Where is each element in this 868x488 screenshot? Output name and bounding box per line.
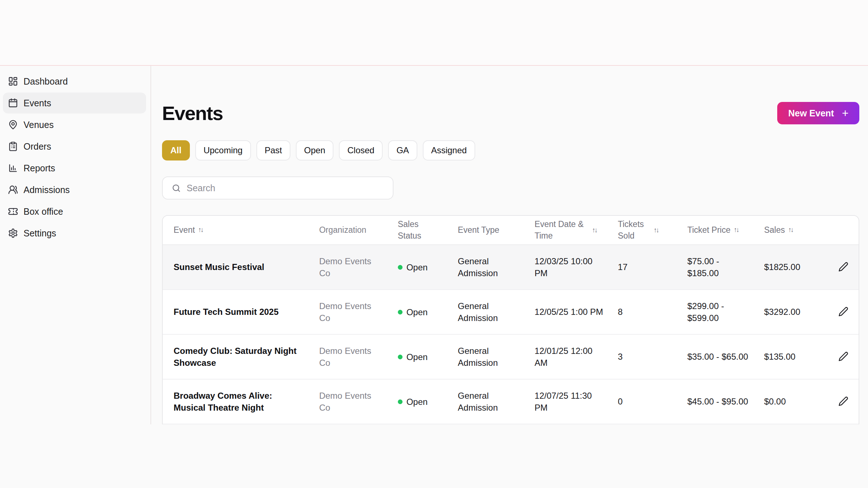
- cell-sales: $135.00: [764, 334, 834, 379]
- table-row[interactable]: Future Tech Summit 2025Demo Events CoOpe…: [163, 290, 859, 334]
- column-header-ticket-price[interactable]: Ticket Price↑↓: [687, 216, 764, 245]
- cell-actions: [834, 245, 859, 290]
- column-label: Sales: [764, 224, 785, 236]
- pencil-icon: [838, 351, 848, 361]
- cell-sales-status: Open: [398, 290, 458, 334]
- cell-event: Broadway Comes Alive: Musical Theatre Ni…: [163, 379, 319, 424]
- cell-tickets-sold: 8: [618, 290, 687, 334]
- cell-event-type: General Admission: [458, 334, 535, 379]
- filter-chip-open[interactable]: Open: [296, 140, 334, 160]
- column-header-event-type: Event Type: [458, 216, 535, 245]
- cell-event-datetime: 12/03/25 10:00 PM: [535, 245, 618, 290]
- cell-event-type: General Admission: [458, 379, 535, 424]
- status-dot: [398, 310, 403, 314]
- sidebar-item-label: Orders: [24, 141, 51, 152]
- app-shell: DashboardEventsVenuesOrdersReportsAdmiss…: [0, 66, 868, 424]
- page-header: Events New Event +: [162, 102, 859, 124]
- cell-event-datetime: 12/05/25 1:00 PM: [535, 290, 618, 334]
- sidebar-item-label: Admissions: [24, 185, 70, 195]
- filter-chip-upcoming[interactable]: Upcoming: [195, 140, 251, 160]
- table-row[interactable]: Sunset Music FestivalDemo Events CoOpenG…: [163, 245, 859, 290]
- column-label: Event Date & Time: [535, 219, 589, 241]
- column-header-sales-status: Sales Status: [398, 216, 458, 245]
- search-input[interactable]: [187, 183, 384, 193]
- cell-sales: $1825.00: [764, 245, 834, 290]
- edit-button[interactable]: [836, 349, 851, 364]
- cell-tickets-sold: 0: [618, 379, 687, 424]
- sidebar-item-reports[interactable]: Reports: [3, 158, 146, 179]
- sidebar-item-label: Box office: [24, 206, 63, 217]
- sidebar-item-venues[interactable]: Venues: [3, 114, 146, 135]
- organization-name: Demo Events Co: [319, 346, 371, 368]
- sidebar-item-admissions[interactable]: Admissions: [3, 179, 146, 200]
- organization-name: Demo Events Co: [319, 391, 371, 412]
- sort-icon: ↑↓: [788, 226, 793, 234]
- sidebar-item-settings[interactable]: Settings: [3, 223, 146, 244]
- column-label: Event: [174, 224, 195, 236]
- sort-icon: ↑↓: [592, 226, 597, 234]
- cell-event: Sunset Music Festival: [163, 245, 319, 290]
- events-table: Event↑↓OrganizationSales StatusEvent Typ…: [162, 215, 859, 424]
- pencil-icon: [838, 262, 848, 272]
- dashboard-icon: [8, 76, 18, 86]
- status-label: Open: [407, 306, 428, 318]
- cell-event-type: General Admission: [458, 290, 535, 334]
- edit-button[interactable]: [836, 304, 851, 319]
- clipboard-icon: [8, 141, 18, 151]
- column-header-sales[interactable]: Sales↑↓: [764, 216, 834, 245]
- filter-chip-assigned[interactable]: Assigned: [423, 140, 475, 160]
- cell-sales-status: Open: [398, 334, 458, 379]
- sidebar: DashboardEventsVenuesOrdersReportsAdmiss…: [0, 66, 151, 424]
- status-label: Open: [407, 396, 428, 408]
- table-row[interactable]: Comedy Club: Saturday Night ShowcaseDemo…: [163, 334, 859, 379]
- cell-event: Comedy Club: Saturday Night Showcase: [163, 334, 319, 379]
- cell-sales: $0.00: [764, 379, 834, 424]
- column-header-event[interactable]: Event↑↓: [163, 216, 319, 245]
- sidebar-item-label: Reports: [24, 163, 55, 174]
- status-dot: [398, 355, 403, 359]
- cell-organization: Demo Events Co: [319, 290, 397, 334]
- organization-name: Demo Events Co: [319, 256, 371, 278]
- new-event-label: New Event: [788, 108, 834, 119]
- edit-button[interactable]: [836, 394, 851, 408]
- status-label: Open: [407, 261, 428, 273]
- cell-event-type: General Admission: [458, 245, 535, 290]
- filter-chip-all[interactable]: All: [162, 140, 190, 160]
- cell-organization: Demo Events Co: [319, 334, 397, 379]
- cell-organization: Demo Events Co: [319, 379, 397, 424]
- column-header-actions: [834, 216, 859, 245]
- page-title: Events: [162, 102, 223, 124]
- filter-chip-ga[interactable]: GA: [388, 140, 417, 160]
- cell-tickets-sold: 3: [618, 334, 687, 379]
- gear-icon: [8, 228, 18, 238]
- sidebar-item-events[interactable]: Events: [3, 93, 146, 114]
- column-label: Event Type: [458, 224, 499, 236]
- sort-icon: ↑↓: [198, 226, 203, 234]
- cell-ticket-price: $45.00 - $95.00: [687, 379, 764, 424]
- cell-event-datetime: 12/01/25 12:00 AM: [535, 334, 618, 379]
- column-label: Ticket Price: [687, 224, 730, 236]
- column-header-tickets-sold[interactable]: Tickets Sold↑↓: [618, 216, 687, 245]
- sidebar-item-orders[interactable]: Orders: [3, 136, 146, 157]
- filter-chip-closed[interactable]: Closed: [339, 140, 383, 160]
- organization-name: Demo Events Co: [319, 301, 371, 323]
- table-row[interactable]: Broadway Comes Alive: Musical Theatre Ni…: [163, 379, 859, 424]
- sidebar-item-label: Events: [24, 98, 51, 108]
- edit-button[interactable]: [836, 260, 851, 274]
- search-icon: [171, 183, 181, 193]
- event-name: Broadway Comes Alive: Musical Theatre Ni…: [174, 391, 272, 412]
- column-header-event-datetime[interactable]: Event Date & Time↑↓: [535, 216, 618, 245]
- sidebar-item-label: Settings: [24, 228, 56, 239]
- users-icon: [8, 185, 18, 195]
- filter-chip-past[interactable]: Past: [256, 140, 290, 160]
- cell-ticket-price: $35.00 - $65.00: [687, 334, 764, 379]
- table-header-row: Event↑↓OrganizationSales StatusEvent Typ…: [163, 216, 859, 245]
- search-box: [162, 176, 393, 200]
- new-event-button[interactable]: New Event +: [777, 102, 859, 124]
- sidebar-item-label: Dashboard: [24, 76, 68, 87]
- map-pin-icon: [8, 120, 18, 130]
- sort-icon: ↑↓: [734, 226, 739, 234]
- sidebar-item-box-office[interactable]: Box office: [3, 201, 146, 222]
- sidebar-item-dashboard[interactable]: Dashboard: [3, 71, 146, 92]
- cell-actions: [834, 290, 859, 334]
